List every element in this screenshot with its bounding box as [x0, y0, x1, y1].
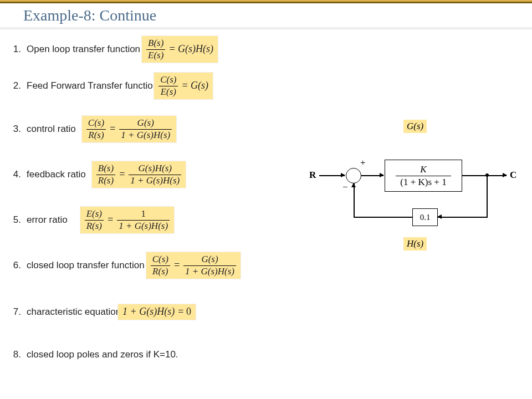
item-label: Open loop transfer function [27, 44, 141, 55]
item-number: 7. [6, 306, 27, 318]
equation: E(s)R(s) = 11 + G(s)H(s) [80, 206, 175, 234]
minus-sign: − [342, 182, 348, 193]
item-label: closed loop poles and zeros if K=10. [27, 349, 180, 360]
item-number: 1. [6, 44, 27, 55]
signal-line [487, 175, 488, 217]
equation: C(s)E(s) = G(s) [154, 72, 213, 100]
item-label: feedback ratio [27, 169, 87, 180]
item-number: 4. [6, 169, 27, 180]
equation: B(s)E(s) = G(s)H(s) [141, 35, 218, 63]
summing-junction [346, 168, 361, 183]
signal-line [462, 175, 507, 176]
item-label: control ratio [27, 124, 77, 135]
plant-block: K (1 + K)s + 1 [385, 160, 462, 192]
signal-line [438, 217, 488, 218]
input-label: R [309, 170, 316, 181]
list-item: 6. closed loop transfer function C(s)R(s… [6, 252, 241, 279]
item-number: 2. [6, 80, 27, 91]
list-item: 2. Feed Forward Transfer function C(s)E(… [6, 72, 213, 100]
equation: C(s)R(s) = G(s)1 + G(s)H(s) [146, 252, 241, 279]
signal-line [354, 217, 412, 218]
list-item: 5. error ratio E(s)R(s) = 11 + G(s)H(s) [6, 206, 175, 234]
item-label: Feed Forward Transfer function [27, 80, 159, 91]
item-label: characteristic equation [27, 306, 122, 318]
item-number: 6. [6, 260, 27, 271]
signal-line [354, 183, 355, 218]
block-diagram: G(s) H(s) R C + − K (1 + K)s + 1 0.1 [309, 121, 520, 259]
feedback-block: 0.1 [412, 208, 438, 226]
output-label: C [510, 170, 516, 181]
plus-sign: + [360, 157, 366, 168]
header-accent-bar [0, 0, 532, 3]
title-divider-2 [0, 29, 532, 29]
equation: 1 + G(s)H(s) = 0 [117, 304, 196, 320]
item-label: error ratio [27, 214, 69, 226]
list-item: 1. Open loop transfer function B(s)E(s) … [6, 35, 218, 63]
title-divider [0, 28, 532, 28]
hs-highlight-label: H(s) [403, 237, 427, 250]
item-number: 5. [6, 214, 27, 226]
list-item: 7. characteristic equation 1 + G(s)H(s) … [6, 304, 196, 320]
signal-line [319, 175, 345, 176]
item-label: closed loop transfer function [27, 260, 146, 271]
item-number: 8. [6, 349, 27, 360]
equation: B(s)R(s) = G(s)H(s)1 + G(s)H(s) [91, 161, 186, 188]
equation: C(s)R(s) = G(s)1 + G(s)H(s) [81, 115, 177, 143]
slide-title: Example-8: Continue [23, 7, 156, 24]
gs-highlight-label: G(s) [403, 120, 427, 133]
signal-line [361, 175, 383, 176]
item-number: 3. [6, 124, 27, 135]
list-item: 3. control ratio C(s)R(s) = G(s)1 + G(s)… [6, 115, 177, 143]
list-item: 4. feedback ratio B(s)R(s) = G(s)H(s)1 +… [6, 161, 186, 188]
list-item: 8. closed loop poles and zeros if K=10. [6, 349, 180, 360]
